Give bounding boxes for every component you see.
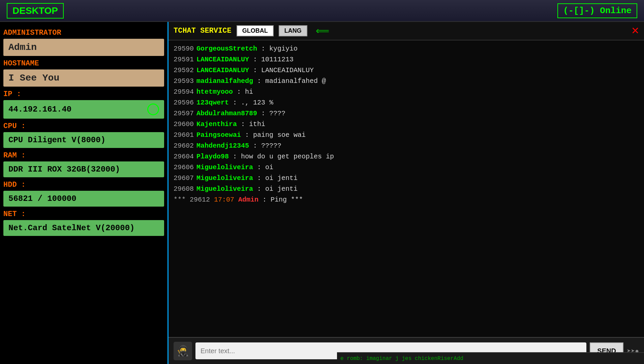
chat-message-line: 29602Mahdendj12345 : ????? — [174, 141, 639, 151]
chat-message-line: 29607Migueloliveira : oi jenti — [174, 173, 639, 183]
msg-text: : LANCEAIDANLUY — [249, 66, 314, 74]
ticker-text: e romb: imaginar j jes chickenRiserAdd — [340, 356, 463, 362]
msg-id: 29590 — [174, 45, 194, 53]
msg-id: 29607 — [174, 174, 194, 182]
chat-title: TCHAT SERVICE — [174, 27, 232, 35]
chat-message-line: 29591LANCEAIDANLUY : 10111213 — [174, 55, 639, 65]
username: htetmyooo — [196, 88, 233, 96]
msg-text: : paing soe wai — [241, 131, 306, 139]
chat-message-line: 29592LANCEAIDANLUY : LANCEAIDANLUY — [174, 65, 639, 75]
ip-value-box: 44.192.161.40 — [3, 100, 164, 119]
hostname-value: I See You — [3, 69, 164, 87]
username: madianalfahedg — [196, 77, 253, 85]
hostname-label: HOSTNAME — [3, 59, 164, 68]
msg-id: 29594 — [174, 88, 194, 96]
msg-text: : oi — [253, 163, 273, 171]
msg-text: : ???? — [257, 110, 285, 117]
cpu-label: CPU : — [3, 122, 164, 130]
hdd-value: 56821 / 100000 — [8, 194, 76, 203]
tab-global[interactable]: GLOBAL — [237, 25, 274, 36]
special-message-line: *** 29612 17:07 Admin : Ping *** — [174, 195, 639, 205]
chat-message-line: 29600Kajenthira : ithi — [174, 119, 639, 129]
username: LANCEAIDANLUY — [196, 56, 249, 63]
msg-text: : oi jenti — [253, 185, 298, 193]
top-bar: DESKTOP (-[]-) Online — [0, 0, 644, 22]
ram-label: RAM : — [3, 151, 164, 160]
chat-panel: TCHAT SERVICE GLOBAL LANG ⟸ ✕ 29590Gorge… — [168, 22, 644, 364]
msg-id: 29591 — [174, 56, 194, 63]
bottom-ticker: e romb: imaginar j jes chickenRiserAdd — [337, 352, 644, 364]
admin-label: ADMINISTRATOR — [3, 29, 164, 37]
username: Mahdendj12345 — [196, 142, 249, 150]
msg-text: : how do u get peoples ip — [229, 153, 334, 160]
msg-id: 29608 — [174, 185, 194, 193]
username: Playdo98 — [196, 153, 229, 160]
ip-value: 44.192.161.40 — [8, 105, 71, 114]
chat-message-line: 29606Migueloliveira : oi — [174, 162, 639, 173]
cpu-value: CPU Diligent V(8000) — [8, 135, 105, 145]
cpu-value-box: CPU Diligent V(8000) — [3, 132, 164, 148]
net-value: Net.Card SatelNet V(20000) — [8, 223, 134, 233]
msg-text: : ????? — [249, 142, 281, 150]
avatar-emoji: 🥷 — [177, 345, 189, 357]
chat-message-line: 29593madianalfahedg : madianalfahed @ — [174, 76, 639, 86]
admin-name: Admin — [238, 196, 258, 204]
chat-message-line: 29604Playdo98 : how do u get peoples ip — [174, 152, 639, 162]
msg-id: 29592 — [174, 66, 194, 74]
msg-text: : ithi — [237, 120, 265, 128]
username: LANCEAIDANLUY — [196, 66, 249, 74]
chat-header: TCHAT SERVICE GLOBAL LANG ⟸ ✕ — [168, 22, 644, 40]
ip-label: IP : — [3, 90, 164, 98]
desktop-button[interactable]: DESKTOP — [7, 3, 64, 19]
chat-message-line: 29608Migueloliveira : oi jenti — [174, 184, 639, 194]
ram-value-box: DDR III ROX 32GB(32000) — [3, 161, 164, 177]
avatar: 🥷 — [174, 342, 192, 360]
hdd-label: HDD : — [3, 181, 164, 189]
msg-id: 29602 — [174, 142, 194, 150]
username: Migueloliveira — [196, 174, 253, 182]
admin-value: Admin — [3, 39, 164, 56]
chat-message-line: 29590GorgeousStretch : kygiyio — [174, 44, 639, 54]
msg-id: 29604 — [174, 153, 194, 160]
chat-messages-area[interactable]: 29590GorgeousStretch : kygiyio29591LANCE… — [168, 40, 644, 337]
msg-time: 17:07 — [214, 196, 234, 204]
arrow-left-icon: ⟸ — [316, 25, 329, 37]
username: Migueloliveira — [196, 185, 253, 193]
close-button[interactable]: ✕ — [632, 25, 639, 37]
special-prefix: *** 29612 — [174, 196, 214, 204]
net-label: NET : — [3, 210, 164, 218]
chat-message-line: 29596123qwert : ., 123 % — [174, 98, 639, 108]
chat-message-line: 29601Paingsoewai : paing soe wai — [174, 130, 639, 140]
online-status: (-[]-) Online — [557, 3, 637, 18]
msg-text: : 10111213 — [249, 56, 294, 63]
msg-text: : oi jenti — [253, 174, 298, 182]
chat-message-line: 29597Abdulrahman8789 : ???? — [174, 109, 639, 119]
msg-id: 29601 — [174, 131, 194, 139]
msg-id: 29606 — [174, 163, 194, 171]
chat-message-line: 29594htetmyooo : hi — [174, 87, 639, 97]
ip-status-circle — [147, 103, 159, 115]
left-panel: ADMINISTRATOR Admin HOSTNAME I See You I… — [0, 22, 168, 364]
net-value-box: Net.Card SatelNet V(20000) — [3, 220, 164, 236]
tab-lang[interactable]: LANG — [279, 25, 307, 36]
msg-text: : madianalfahed @ — [253, 77, 326, 85]
msg-text: : kygiyio — [257, 45, 298, 53]
username: Migueloliveira — [196, 163, 253, 171]
msg-text: : ., 123 % — [229, 99, 273, 107]
msg-id: 29593 — [174, 77, 194, 85]
username: Kajenthira — [196, 120, 237, 128]
msg-id: 29600 — [174, 120, 194, 128]
username: Paingsoewai — [196, 131, 241, 139]
username: Abdulrahman8789 — [196, 110, 257, 117]
ping-text: : Ping *** — [263, 196, 303, 204]
username: 123qwert — [196, 99, 229, 107]
ram-value: DDR III ROX 32GB(32000) — [8, 165, 120, 174]
msg-text: : hi — [233, 88, 253, 96]
msg-id: 29597 — [174, 110, 194, 117]
hdd-value-box: 56821 / 100000 — [3, 191, 164, 207]
username: GorgeousStretch — [196, 45, 257, 53]
msg-id: 29596 — [174, 99, 194, 107]
